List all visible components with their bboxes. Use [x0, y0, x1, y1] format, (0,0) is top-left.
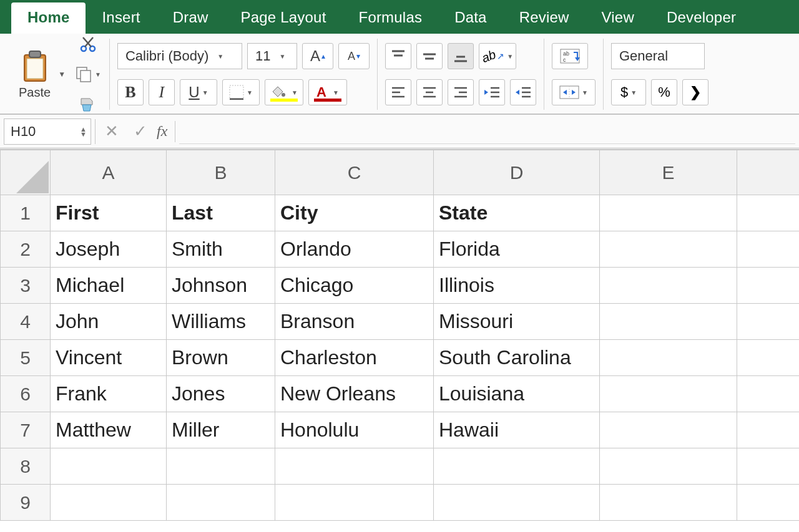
tab-formulas[interactable]: Formulas [343, 2, 439, 34]
cell[interactable]: Charleston [275, 340, 434, 376]
align-middle-button[interactable] [416, 43, 443, 69]
row-header[interactable]: 1 [1, 195, 51, 231]
col-header-A[interactable]: A [51, 150, 167, 195]
cell[interactable]: City [275, 195, 434, 231]
cell[interactable]: Michael [51, 268, 167, 304]
cell[interactable]: John [51, 304, 167, 340]
cell[interactable] [600, 231, 737, 268]
cell[interactable] [600, 412, 737, 448]
cell[interactable]: Orlando [275, 231, 434, 268]
increase-font-button[interactable]: A▴ [302, 43, 333, 69]
align-left-button[interactable] [385, 79, 411, 105]
row-header[interactable]: 7 [1, 412, 51, 448]
align-bottom-button[interactable] [448, 43, 474, 69]
cell[interactable] [737, 340, 800, 376]
merge-button[interactable]: ▼ [552, 79, 596, 105]
cell[interactable] [600, 448, 737, 485]
wrap-text-button[interactable]: abc [552, 43, 588, 69]
cell[interactable]: Miller [167, 412, 275, 448]
row-header[interactable]: 9 [1, 485, 51, 521]
cell[interactable] [275, 485, 434, 521]
percent-button[interactable]: % [651, 79, 677, 105]
tab-page-layout[interactable]: Page Layout [225, 2, 343, 34]
row-header[interactable]: 2 [1, 231, 51, 268]
col-header-C[interactable]: C [275, 150, 434, 195]
row-header[interactable]: 6 [1, 376, 51, 412]
accept-formula-button[interactable]: ✓ [128, 122, 153, 141]
cell[interactable] [600, 195, 737, 231]
increase-indent-button[interactable] [510, 79, 536, 105]
cell[interactable]: Jones [167, 376, 275, 412]
fill-color-button[interactable]: ▼ [265, 79, 303, 105]
cell[interactable] [600, 268, 737, 304]
row-header[interactable]: 5 [1, 340, 51, 376]
tab-insert[interactable]: Insert [86, 2, 156, 34]
cell[interactable] [737, 485, 800, 521]
cell[interactable]: Branson [275, 304, 434, 340]
cell[interactable]: Florida [434, 231, 600, 268]
cell[interactable] [737, 412, 800, 448]
col-header-E[interactable]: E [600, 150, 737, 195]
row-header[interactable]: 8 [1, 448, 51, 485]
cell[interactable]: Smith [167, 231, 275, 268]
cut-button[interactable] [74, 31, 102, 57]
cell[interactable] [737, 304, 800, 340]
decrease-font-button[interactable]: A▾ [338, 43, 370, 69]
comma-button[interactable]: ❯ [682, 79, 708, 105]
font-family-select[interactable]: Calibri (Body) ▼ [117, 43, 242, 69]
currency-button[interactable]: $▼ [611, 79, 646, 105]
cell[interactable]: Johnson [167, 268, 275, 304]
cancel-formula-button[interactable]: ✕ [99, 122, 124, 141]
cell[interactable]: Matthew [51, 412, 167, 448]
cell[interactable] [600, 485, 737, 521]
decrease-indent-button[interactable] [479, 79, 505, 105]
tab-draw[interactable]: Draw [157, 2, 225, 34]
cell[interactable]: Vincent [51, 340, 167, 376]
number-format-select[interactable]: General [611, 43, 705, 69]
cell[interactable] [434, 448, 600, 485]
bold-button[interactable]: B [117, 79, 144, 105]
orientation-button[interactable]: ab ↗ ▼ [479, 43, 516, 69]
cell[interactable]: Frank [51, 376, 167, 412]
formula-input[interactable] [179, 119, 795, 144]
fx-icon[interactable]: fx [157, 123, 167, 140]
name-box[interactable]: H10 ▲▼ [4, 118, 91, 145]
cell[interactable]: Joseph [51, 231, 167, 268]
copy-button[interactable]: ▼ [74, 61, 102, 87]
cell[interactable]: Williams [167, 304, 275, 340]
underline-button[interactable]: U▼ [180, 79, 217, 105]
cell[interactable]: South Carolina [434, 340, 600, 376]
cell[interactable] [600, 340, 737, 376]
tab-review[interactable]: Review [503, 2, 586, 34]
cell[interactable] [51, 448, 167, 485]
cell[interactable]: Hawaii [434, 412, 600, 448]
cell[interactable]: Last [167, 195, 275, 231]
cell[interactable] [737, 268, 800, 304]
cell[interactable] [434, 485, 600, 521]
cell[interactable] [600, 376, 737, 412]
borders-button[interactable]: ▼ [222, 79, 260, 105]
cell[interactable]: Illinois [434, 268, 600, 304]
col-header-F[interactable] [737, 150, 800, 195]
font-size-select[interactable]: 11 ▼ [247, 43, 297, 69]
stepper-icon[interactable]: ▲▼ [80, 127, 87, 137]
cell[interactable] [737, 195, 800, 231]
cell[interactable] [167, 448, 275, 485]
tab-view[interactable]: View [586, 2, 650, 34]
cell[interactable]: Honolulu [275, 412, 434, 448]
select-all-corner[interactable] [1, 150, 51, 195]
dropdown-icon[interactable]: ▼ [58, 70, 66, 79]
cell[interactable] [600, 304, 737, 340]
col-header-D[interactable]: D [434, 150, 600, 195]
tab-data[interactable]: Data [438, 2, 503, 34]
italic-button[interactable]: I [149, 79, 175, 105]
tab-developer[interactable]: Developer [650, 2, 752, 34]
align-right-button[interactable] [448, 79, 474, 105]
cell[interactable] [51, 485, 167, 521]
font-color-button[interactable]: A ▼ [308, 79, 347, 105]
tab-home[interactable]: Home [11, 2, 86, 34]
row-header[interactable]: 3 [1, 268, 51, 304]
col-header-B[interactable]: B [167, 150, 275, 195]
row-header[interactable]: 4 [1, 304, 51, 340]
cell[interactable] [737, 376, 800, 412]
